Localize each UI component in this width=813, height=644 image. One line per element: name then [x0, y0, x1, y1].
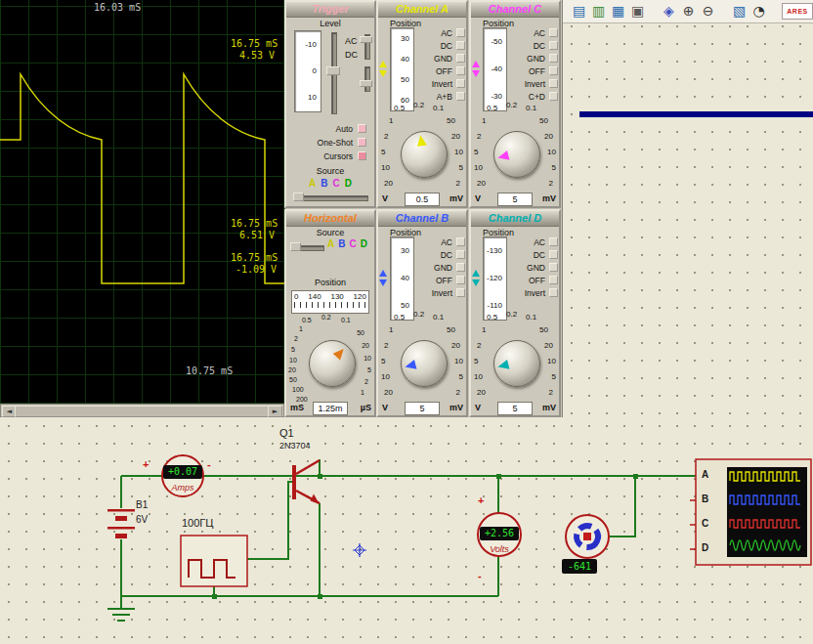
indicator-light[interactable] — [358, 138, 366, 147]
source-letter-b[interactable]: B — [338, 238, 345, 249]
indicator-light[interactable] — [456, 250, 465, 259]
channel-button-off[interactable]: OFF — [508, 275, 559, 286]
channel-button-off[interactable]: OFF — [508, 65, 559, 77]
pulse-generator-component[interactable] — [181, 536, 247, 586]
open-document-icon[interactable]: ▥ — [590, 3, 607, 20]
source-slider-thumb[interactable] — [290, 242, 301, 251]
indicator-light[interactable] — [456, 263, 465, 272]
indicator-light[interactable] — [456, 237, 465, 246]
indicator-light[interactable] — [549, 79, 558, 88]
channel-button-dc[interactable]: DC — [508, 249, 559, 261]
channel-button-dc[interactable]: DC — [415, 249, 466, 261]
position-scale[interactable]: 304050 — [390, 236, 414, 321]
scroll-right-arrow[interactable]: ► — [268, 406, 282, 417]
position-scale[interactable]: 0140130120 — [291, 290, 369, 314]
source-letter-a[interactable]: A — [309, 178, 316, 189]
indicator-light[interactable] — [456, 54, 465, 63]
level-slider-thumb[interactable] — [326, 66, 340, 75]
center-icon[interactable]: ◈ — [661, 3, 677, 20]
scope-scrollbar[interactable]: ◄ ► — [0, 404, 284, 417]
graph-icon[interactable]: ▧ — [731, 3, 748, 20]
position-scale[interactable]: -50-40-30 — [483, 27, 507, 111]
button-label: Invert — [525, 79, 545, 89]
source-letter-b[interactable]: B — [321, 178, 327, 189]
clock-icon[interactable]: ◔ — [750, 3, 767, 20]
level-scale[interactable]: -10010 — [294, 30, 321, 112]
indicator-light[interactable] — [549, 92, 558, 101]
source-slider-track[interactable] — [294, 195, 368, 201]
indicator-light[interactable] — [456, 41, 465, 50]
zoom-in-icon[interactable]: ⊕ — [680, 3, 697, 20]
new-document-icon[interactable]: ▤ — [571, 3, 587, 20]
origin-icon[interactable]: ▣ — [629, 3, 646, 20]
channel-button-invert[interactable]: Invert — [508, 287, 559, 299]
up-arrow-icon[interactable] — [472, 270, 480, 277]
source-letter-c[interactable]: C — [333, 178, 340, 189]
up-arrow-icon[interactable] — [379, 270, 387, 277]
indicator-light[interactable] — [456, 288, 465, 297]
up-arrow-icon[interactable] — [379, 61, 387, 67]
motor-component[interactable] — [566, 515, 609, 558]
channel-button-gnd[interactable]: GND — [415, 53, 466, 64]
channel-button-off[interactable]: OFF — [415, 275, 466, 286]
scrollbar-thumb[interactable] — [15, 406, 270, 417]
indicator-light[interactable] — [549, 41, 558, 50]
position-arrows[interactable] — [379, 270, 389, 289]
grid-icon[interactable]: ▦ — [610, 3, 626, 20]
edge-slider-track[interactable] — [364, 66, 370, 92]
channel-button-gnd[interactable]: GND — [508, 53, 559, 64]
up-arrow-icon[interactable] — [472, 61, 480, 67]
channel-button-invert[interactable]: Invert — [415, 287, 466, 299]
channel-button-ac[interactable]: AC — [508, 236, 559, 248]
position-scale[interactable]: 30405060 — [390, 27, 414, 111]
indicator-light[interactable] — [456, 66, 465, 75]
indicator-light[interactable] — [549, 28, 558, 37]
channel-button-gnd[interactable]: GND — [508, 262, 559, 274]
down-arrow-icon[interactable] — [472, 70, 480, 77]
channel-button-ac[interactable]: AC — [415, 236, 466, 248]
position-scale[interactable]: -130-120-110 — [483, 236, 507, 321]
indicator-light[interactable] — [549, 288, 558, 297]
down-arrow-icon[interactable] — [379, 279, 387, 286]
indicator-light[interactable] — [456, 276, 465, 284]
channel-button-ac[interactable]: AC — [415, 27, 466, 39]
trigger-mode-auto[interactable]: Auto — [290, 123, 370, 135]
channel-button-dc[interactable]: DC — [415, 40, 466, 52]
indicator-light[interactable] — [549, 250, 558, 259]
indicator-light[interactable] — [549, 263, 558, 272]
source-letter-d[interactable]: D — [345, 178, 352, 189]
indicator-light[interactable] — [358, 151, 366, 160]
channel-button-invert[interactable]: Invert — [415, 78, 466, 90]
zoom-out-icon[interactable]: ⊖ — [700, 3, 716, 20]
down-arrow-icon[interactable] — [379, 70, 387, 77]
ground-symbol[interactable] — [107, 609, 135, 621]
indicator-light[interactable] — [456, 79, 465, 88]
indicator-light[interactable] — [549, 54, 558, 63]
edge-slider-thumb[interactable] — [360, 80, 372, 87]
position-arrows[interactable] — [379, 61, 389, 80]
indicator-light[interactable] — [358, 124, 366, 133]
channel-button-ac[interactable]: AC — [508, 27, 559, 39]
channel-button-off[interactable]: OFF — [415, 65, 466, 77]
indicator-light[interactable] — [549, 66, 558, 75]
position-arrows[interactable] — [472, 270, 482, 289]
source-letter-d[interactable]: D — [361, 238, 367, 249]
channel-button-invert[interactable]: Invert — [508, 78, 559, 90]
indicator-light[interactable] — [456, 28, 465, 37]
transistor-component[interactable] — [292, 460, 320, 504]
channel-button-dc[interactable]: DC — [508, 40, 559, 52]
indicator-light[interactable] — [549, 237, 558, 246]
position-arrows[interactable] — [472, 61, 482, 80]
ares-icon[interactable]: ARES — [782, 3, 813, 20]
source-slider-thumb[interactable] — [293, 193, 304, 201]
source-letter-c[interactable]: C — [349, 238, 356, 249]
trigger-mode-cursors[interactable]: Cursors — [290, 150, 370, 162]
channel-button-gnd[interactable]: GND — [415, 262, 466, 274]
trigger-mode-oneshot[interactable]: One-Shot — [290, 137, 370, 149]
down-arrow-icon[interactable] — [472, 279, 480, 286]
source-letter-a[interactable]: A — [327, 238, 334, 249]
indicator-light[interactable] — [456, 92, 465, 101]
coupling-slider-thumb[interactable] — [360, 36, 372, 43]
battery-component[interactable] — [107, 508, 135, 539]
indicator-light[interactable] — [549, 276, 558, 284]
